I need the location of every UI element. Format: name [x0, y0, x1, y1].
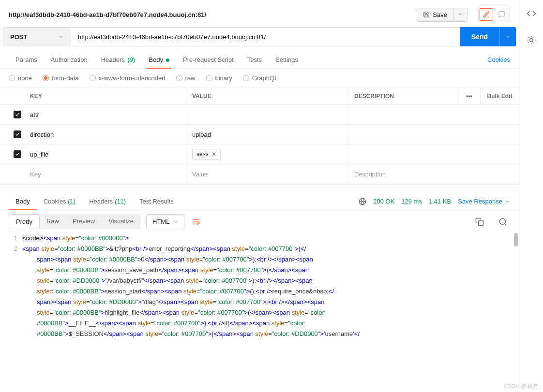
radio-icon [9, 75, 15, 81]
resp-tab-test-results[interactable]: Test Results [133, 193, 181, 210]
request-name: http://eaf3dbdb-2410-46bd-ae1b-d7bf70eb0… [9, 11, 412, 18]
tab-tests[interactable]: Tests [241, 51, 269, 68]
svg-point-7 [529, 39, 533, 42]
radio-raw[interactable]: raw [176, 74, 196, 82]
table-row: up_file sess ✕ [0, 145, 519, 164]
checkbox[interactable] [14, 131, 21, 138]
save-response-button[interactable]: Save Response [458, 198, 510, 205]
method-label: POST [10, 33, 27, 41]
wrap-lines-icon[interactable] [188, 215, 204, 229]
code-icon[interactable] [527, 9, 536, 20]
radio-graphql[interactable]: GraphQL [243, 74, 278, 82]
kv-options[interactable]: ••• [458, 88, 480, 104]
radio-icon [90, 75, 96, 81]
view-visualize[interactable]: Visualize [102, 214, 140, 229]
url-input[interactable] [71, 27, 460, 46]
method-select[interactable]: POST [3, 27, 71, 46]
resp-tab-body[interactable]: Body [9, 193, 37, 210]
dot-indicator-icon [166, 58, 169, 62]
tab-settings[interactable]: Settings [269, 51, 305, 68]
kv-value[interactable]: sess ✕ [186, 145, 348, 164]
resp-tab-headers[interactable]: Headers (11) [82, 193, 133, 210]
lang-select[interactable]: HTML [146, 214, 184, 229]
response-time: 129 ms [401, 198, 422, 205]
kv-desc[interactable] [348, 105, 519, 124]
kv-key[interactable]: direction [24, 125, 186, 144]
kv-key[interactable]: attr [24, 105, 186, 124]
radio-icon [243, 75, 249, 81]
tab-body[interactable]: Body [142, 51, 176, 68]
comment-icon[interactable] [495, 8, 509, 21]
save-button[interactable]: Save [417, 8, 453, 22]
radio-icon [206, 75, 212, 81]
view-preview[interactable]: Preview [66, 214, 102, 229]
radio-xwww[interactable]: x-www-form-urlencoded [90, 74, 166, 82]
svg-line-14 [528, 43, 529, 43]
copy-icon[interactable] [472, 215, 487, 229]
svg-line-10 [528, 37, 529, 38]
tab-headers[interactable]: Headers (9) [94, 51, 142, 68]
scrollbar-thumb[interactable] [514, 233, 518, 247]
response-size: 1.41 KB [429, 198, 451, 205]
send-button[interactable]: Send [460, 27, 499, 46]
kv-value[interactable] [186, 105, 348, 124]
svg-point-5 [499, 218, 505, 224]
kv-desc[interactable] [348, 125, 519, 144]
checkbox[interactable] [14, 111, 21, 118]
radio-none[interactable]: none [9, 74, 32, 82]
search-icon[interactable] [496, 215, 510, 229]
radio-formdata[interactable]: form-data [43, 74, 79, 82]
kv-header-desc: DESCRIPTION [348, 88, 458, 104]
status-code: 200 OK [373, 198, 394, 205]
cookies-link[interactable]: Cookies [487, 51, 510, 68]
view-raw[interactable]: Raw [40, 214, 66, 229]
send-dropdown[interactable] [499, 27, 516, 46]
kv-desc[interactable] [348, 145, 519, 164]
svg-line-11 [533, 43, 534, 43]
tab-authorization[interactable]: Authorization [44, 51, 94, 68]
save-dropdown[interactable] [453, 8, 468, 22]
radio-binary[interactable]: binary [206, 74, 232, 82]
svg-line-6 [504, 223, 506, 225]
watermark: CSDN @-枫蓝- [504, 383, 540, 390]
file-chip: sess ✕ [192, 149, 221, 160]
tab-params[interactable]: Params [9, 51, 44, 68]
view-pretty[interactable]: Pretty [9, 214, 40, 229]
remove-file-icon[interactable]: ✕ [211, 151, 216, 158]
kv-value[interactable]: upload [186, 125, 348, 144]
kv-header-key: KEY [24, 88, 186, 104]
response-body[interactable]: 12 <code><span style="color: #000000"><s… [0, 233, 519, 345]
kv-header-value: VALUE [186, 88, 348, 104]
edit-icon[interactable] [480, 8, 493, 21]
kv-desc-input[interactable]: Description [348, 164, 519, 184]
svg-rect-4 [479, 220, 483, 225]
resp-tab-cookies[interactable]: Cookies (1) [37, 193, 82, 210]
globe-icon [359, 198, 366, 205]
kv-key[interactable]: up_file [24, 145, 186, 164]
kv-value-input[interactable]: Value [186, 164, 348, 184]
kv-key-input[interactable]: Key [24, 164, 186, 184]
bulb-icon[interactable] [527, 35, 536, 46]
checkbox[interactable] [14, 150, 21, 158]
save-label: Save [433, 11, 447, 18]
radio-icon [176, 75, 182, 81]
table-row: direction upload [0, 125, 519, 145]
tab-prerequest[interactable]: Pre-request Script [176, 51, 241, 68]
svg-line-15 [533, 37, 534, 38]
table-row: attr [0, 105, 519, 125]
radio-icon [43, 75, 49, 81]
bulk-edit-button[interactable]: Bulk Edit [480, 88, 519, 104]
